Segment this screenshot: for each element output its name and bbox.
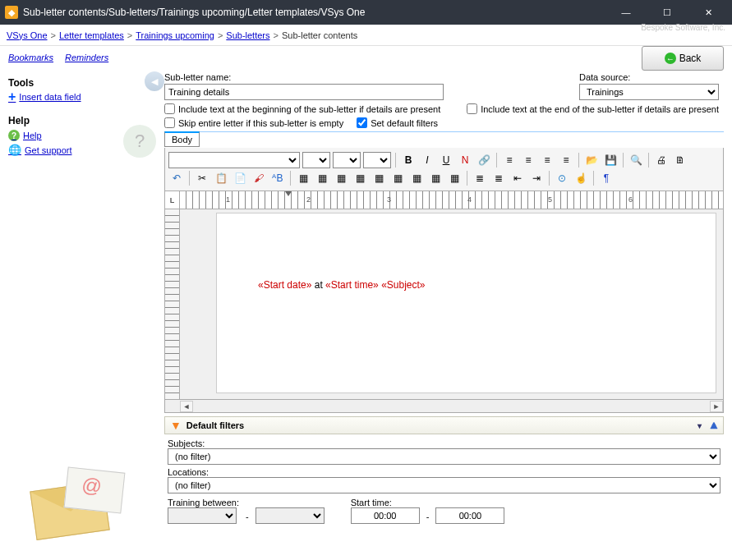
crumb-vsys[interactable]: VSys One	[7, 30, 48, 40]
tab-strip: Body	[164, 131, 724, 148]
strike-button[interactable]: N	[457, 152, 473, 168]
chk-include-end[interactable]: Include text at the end of the sub-lette…	[467, 103, 719, 114]
format-paint-button[interactable]: 🖌	[251, 170, 267, 186]
paste-button[interactable]: 📄	[232, 170, 248, 186]
table8-button[interactable]: ▦	[427, 170, 444, 186]
align-right-button[interactable]: ≡	[539, 152, 555, 168]
scroll-right-arrow[interactable]: ►	[710, 401, 723, 412]
nav-back-circle-icon[interactable]: ◀	[145, 71, 164, 91]
filters-body: Subjects: (no filter) Locations: (no fil…	[164, 434, 724, 526]
crumb-templates[interactable]: Letter templates	[59, 30, 124, 40]
horizontal-ruler[interactable]: L 1 2 3 4 5 6	[164, 191, 724, 209]
align-center-button[interactable]: ≡	[520, 152, 536, 168]
app-icon: ◆	[5, 6, 18, 19]
breadcrumb: VSys One > Letter templates > Trainings …	[0, 25, 732, 46]
vertical-ruler[interactable]	[165, 209, 180, 399]
editor-canvas[interactable]: «Start date» at «Start time» «Subject»	[180, 209, 723, 399]
plus-icon: +	[8, 92, 16, 102]
table9-button[interactable]: ▦	[446, 170, 463, 186]
table2-button[interactable]: ▦	[314, 170, 330, 186]
document-page[interactable]: «Start date» at «Start time» «Subject»	[216, 213, 716, 393]
color-button[interactable]: 🔗	[476, 152, 492, 168]
cut-button[interactable]: ✂	[194, 170, 210, 186]
quicklinks-row: Bookmarks Reminders	[0, 46, 732, 69]
merge-field-subject[interactable]: «Subject»	[381, 279, 425, 291]
table5-button[interactable]: ▦	[371, 170, 387, 186]
table4-button[interactable]: ▦	[352, 170, 368, 186]
numbering-button[interactable]: ≣	[490, 170, 507, 186]
table-button[interactable]: ▦	[295, 170, 311, 186]
help-label: Help	[23, 131, 42, 140]
content-area: Sub-letter name: Data source: Trainings …	[164, 25, 732, 560]
indent-button[interactable]: ⇥	[528, 170, 545, 186]
filters-title: Default filters	[186, 420, 244, 430]
horizontal-scrollbar[interactable]: ◄ ►	[164, 400, 724, 413]
preview-button[interactable]: 🗎	[672, 152, 688, 168]
sidebar: ◀ Tools + Insert data field Help ? Help …	[0, 25, 164, 560]
pilcrow-button[interactable]: ¶	[598, 170, 615, 186]
chk-set-filters[interactable]: Set default filters	[357, 117, 438, 128]
insert-data-field-link[interactable]: + Insert data field	[8, 92, 156, 102]
table3-button[interactable]: ▦	[333, 170, 349, 186]
copy-button[interactable]: 📋	[213, 170, 229, 186]
training-to-input[interactable]	[256, 507, 325, 524]
insert-object-button[interactable]: ⊙	[554, 170, 570, 186]
style-select[interactable]	[302, 152, 330, 168]
crumb-subletters[interactable]: Sub-letters	[226, 30, 269, 40]
bold-button[interactable]: B	[400, 152, 417, 168]
merge-field-start-time[interactable]: «Start time»	[325, 279, 379, 291]
chk-skip-empty[interactable]: Skip entire letter if this sub-letter is…	[164, 117, 343, 128]
font-family-select[interactable]	[168, 152, 300, 168]
tab-body[interactable]: Body	[164, 131, 200, 147]
training-from-input[interactable]	[168, 507, 237, 524]
table6-button[interactable]: ▦	[389, 170, 406, 186]
underline-button[interactable]: U	[438, 152, 454, 168]
ruler-indent-marker[interactable]	[285, 191, 292, 196]
crumb-trainings[interactable]: Trainings upcoming	[136, 30, 214, 40]
crumb-current: Sub-letter contents	[282, 30, 357, 40]
undo-button[interactable]: ↶	[168, 170, 185, 186]
insert-field-label: Insert data field	[19, 92, 81, 102]
insert-symbol-button[interactable]: ☝	[573, 170, 589, 186]
datasource-select[interactable]: Trainings	[579, 84, 719, 100]
find-button[interactable]: 🔍	[628, 152, 644, 168]
save-button[interactable]: 💾	[602, 152, 619, 168]
misc-select[interactable]	[363, 152, 391, 168]
italic-button[interactable]: I	[419, 152, 435, 168]
ruler-corner: L	[165, 191, 180, 209]
start-time-to-input[interactable]	[435, 507, 504, 524]
filters-header[interactable]: ▼ Default filters ▾ ⯅	[164, 416, 724, 434]
bookmarks-link[interactable]: Bookmarks	[8, 53, 53, 62]
subletter-name-label: Sub-letter name:	[164, 72, 444, 82]
support-label: Get support	[25, 145, 71, 155]
maximize-button[interactable]: ☐	[655, 4, 679, 21]
subjects-select[interactable]: (no filter)	[168, 448, 720, 465]
back-button[interactable]: ← Back	[642, 46, 724, 71]
watermark-help-icon: ?	[123, 125, 156, 158]
help-heading: Help	[8, 115, 156, 126]
merge-field-start-date[interactable]: «Start date»	[258, 279, 311, 291]
locations-select[interactable]: (no filter)	[168, 477, 720, 493]
outdent-button[interactable]: ⇤	[509, 170, 526, 186]
start-time-label: Start time:	[351, 498, 420, 507]
subletter-name-input[interactable]	[164, 84, 444, 100]
table7-button[interactable]: ▦	[408, 170, 425, 186]
align-justify-button[interactable]: ≡	[558, 152, 574, 168]
reminders-link[interactable]: Reminders	[65, 53, 108, 62]
bullets-button[interactable]: ≣	[472, 170, 488, 186]
open-button[interactable]: 📂	[583, 152, 600, 168]
filters-expand-icon[interactable]: ⯅	[710, 421, 718, 430]
back-label: Back	[679, 53, 702, 64]
dash-2: -	[425, 512, 431, 524]
replace-button[interactable]: ᴬB	[269, 170, 286, 186]
close-button[interactable]: ✕	[696, 4, 720, 21]
minimize-button[interactable]: —	[614, 4, 638, 21]
align-left-button[interactable]: ≡	[501, 152, 518, 168]
filters-collapse-icon[interactable]: ▾	[697, 421, 702, 430]
chk-include-begin[interactable]: Include text at the beginning of the sub…	[164, 103, 440, 114]
scroll-left-arrow[interactable]: ◄	[180, 401, 193, 412]
size-select[interactable]	[333, 152, 361, 168]
start-time-from-input[interactable]	[351, 507, 420, 524]
editor-area: «Start date» at «Start time» «Subject»	[164, 209, 724, 400]
print-button[interactable]: 🖨	[653, 152, 670, 168]
